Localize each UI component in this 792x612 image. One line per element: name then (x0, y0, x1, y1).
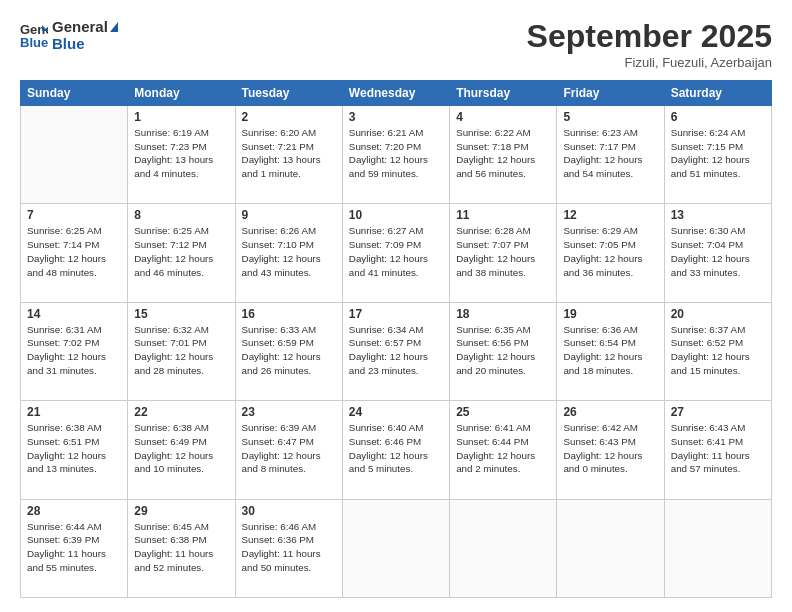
day-number: 29 (134, 504, 228, 518)
calendar-cell (342, 499, 449, 597)
day-number: 23 (242, 405, 336, 419)
day-number: 5 (563, 110, 657, 124)
day-info: Sunrise: 6:31 AMSunset: 7:02 PMDaylight:… (27, 323, 121, 378)
calendar-page: General Blue General Blue September 2025… (0, 0, 792, 612)
day-info: Sunrise: 6:34 AMSunset: 6:57 PMDaylight:… (349, 323, 443, 378)
day-info: Sunrise: 6:38 AMSunset: 6:51 PMDaylight:… (27, 421, 121, 476)
calendar-cell: 13Sunrise: 6:30 AMSunset: 7:04 PMDayligh… (664, 204, 771, 302)
day-number: 20 (671, 307, 765, 321)
calendar-cell: 14Sunrise: 6:31 AMSunset: 7:02 PMDayligh… (21, 302, 128, 400)
day-info: Sunrise: 6:27 AMSunset: 7:09 PMDaylight:… (349, 224, 443, 279)
week-row-3: 14Sunrise: 6:31 AMSunset: 7:02 PMDayligh… (21, 302, 772, 400)
day-number: 26 (563, 405, 657, 419)
day-info: Sunrise: 6:39 AMSunset: 6:47 PMDaylight:… (242, 421, 336, 476)
calendar-cell (557, 499, 664, 597)
calendar-cell: 21Sunrise: 6:38 AMSunset: 6:51 PMDayligh… (21, 401, 128, 499)
day-info: Sunrise: 6:44 AMSunset: 6:39 PMDaylight:… (27, 520, 121, 575)
day-number: 19 (563, 307, 657, 321)
day-number: 3 (349, 110, 443, 124)
day-number: 16 (242, 307, 336, 321)
day-info: Sunrise: 6:20 AMSunset: 7:21 PMDaylight:… (242, 126, 336, 181)
calendar-cell: 4Sunrise: 6:22 AMSunset: 7:18 PMDaylight… (450, 106, 557, 204)
calendar-table: SundayMondayTuesdayWednesdayThursdayFrid… (20, 80, 772, 598)
day-info: Sunrise: 6:25 AMSunset: 7:12 PMDaylight:… (134, 224, 228, 279)
calendar-cell: 24Sunrise: 6:40 AMSunset: 6:46 PMDayligh… (342, 401, 449, 499)
day-number: 17 (349, 307, 443, 321)
header-cell-friday: Friday (557, 81, 664, 106)
day-number: 11 (456, 208, 550, 222)
day-number: 18 (456, 307, 550, 321)
calendar-cell: 19Sunrise: 6:36 AMSunset: 6:54 PMDayligh… (557, 302, 664, 400)
calendar-cell: 11Sunrise: 6:28 AMSunset: 7:07 PMDayligh… (450, 204, 557, 302)
day-number: 8 (134, 208, 228, 222)
calendar-cell: 5Sunrise: 6:23 AMSunset: 7:17 PMDaylight… (557, 106, 664, 204)
day-number: 10 (349, 208, 443, 222)
header-cell-sunday: Sunday (21, 81, 128, 106)
header-cell-monday: Monday (128, 81, 235, 106)
header-cell-thursday: Thursday (450, 81, 557, 106)
day-info: Sunrise: 6:19 AMSunset: 7:23 PMDaylight:… (134, 126, 228, 181)
day-info: Sunrise: 6:22 AMSunset: 7:18 PMDaylight:… (456, 126, 550, 181)
logo-line2: Blue (52, 35, 118, 52)
calendar-cell (21, 106, 128, 204)
calendar-cell: 28Sunrise: 6:44 AMSunset: 6:39 PMDayligh… (21, 499, 128, 597)
month-title: September 2025 (527, 18, 772, 55)
logo: General Blue General Blue (20, 18, 118, 53)
calendar-cell: 30Sunrise: 6:46 AMSunset: 6:36 PMDayligh… (235, 499, 342, 597)
day-info: Sunrise: 6:32 AMSunset: 7:01 PMDaylight:… (134, 323, 228, 378)
day-info: Sunrise: 6:26 AMSunset: 7:10 PMDaylight:… (242, 224, 336, 279)
week-row-5: 28Sunrise: 6:44 AMSunset: 6:39 PMDayligh… (21, 499, 772, 597)
calendar-cell: 9Sunrise: 6:26 AMSunset: 7:10 PMDaylight… (235, 204, 342, 302)
calendar-cell: 12Sunrise: 6:29 AMSunset: 7:05 PMDayligh… (557, 204, 664, 302)
calendar-cell: 7Sunrise: 6:25 AMSunset: 7:14 PMDaylight… (21, 204, 128, 302)
day-info: Sunrise: 6:38 AMSunset: 6:49 PMDaylight:… (134, 421, 228, 476)
day-number: 12 (563, 208, 657, 222)
calendar-cell: 20Sunrise: 6:37 AMSunset: 6:52 PMDayligh… (664, 302, 771, 400)
day-number: 14 (27, 307, 121, 321)
day-number: 4 (456, 110, 550, 124)
header-row: SundayMondayTuesdayWednesdayThursdayFrid… (21, 81, 772, 106)
calendar-cell: 29Sunrise: 6:45 AMSunset: 6:38 PMDayligh… (128, 499, 235, 597)
day-info: Sunrise: 6:40 AMSunset: 6:46 PMDaylight:… (349, 421, 443, 476)
logo-line1: General (52, 18, 118, 35)
calendar-cell: 26Sunrise: 6:42 AMSunset: 6:43 PMDayligh… (557, 401, 664, 499)
calendar-cell: 1Sunrise: 6:19 AMSunset: 7:23 PMDaylight… (128, 106, 235, 204)
day-info: Sunrise: 6:42 AMSunset: 6:43 PMDaylight:… (563, 421, 657, 476)
day-number: 21 (27, 405, 121, 419)
day-number: 7 (27, 208, 121, 222)
day-info: Sunrise: 6:21 AMSunset: 7:20 PMDaylight:… (349, 126, 443, 181)
calendar-cell (450, 499, 557, 597)
day-number: 6 (671, 110, 765, 124)
calendar-cell: 18Sunrise: 6:35 AMSunset: 6:56 PMDayligh… (450, 302, 557, 400)
day-info: Sunrise: 6:36 AMSunset: 6:54 PMDaylight:… (563, 323, 657, 378)
header: General Blue General Blue September 2025… (20, 18, 772, 70)
day-number: 2 (242, 110, 336, 124)
location: Fizuli, Fuezuli, Azerbaijan (527, 55, 772, 70)
day-info: Sunrise: 6:33 AMSunset: 6:59 PMDaylight:… (242, 323, 336, 378)
day-number: 25 (456, 405, 550, 419)
day-info: Sunrise: 6:43 AMSunset: 6:41 PMDaylight:… (671, 421, 765, 476)
day-info: Sunrise: 6:41 AMSunset: 6:44 PMDaylight:… (456, 421, 550, 476)
day-info: Sunrise: 6:23 AMSunset: 7:17 PMDaylight:… (563, 126, 657, 181)
day-info: Sunrise: 6:35 AMSunset: 6:56 PMDaylight:… (456, 323, 550, 378)
calendar-cell: 17Sunrise: 6:34 AMSunset: 6:57 PMDayligh… (342, 302, 449, 400)
day-number: 24 (349, 405, 443, 419)
calendar-cell: 8Sunrise: 6:25 AMSunset: 7:12 PMDaylight… (128, 204, 235, 302)
header-cell-wednesday: Wednesday (342, 81, 449, 106)
calendar-cell: 27Sunrise: 6:43 AMSunset: 6:41 PMDayligh… (664, 401, 771, 499)
day-number: 15 (134, 307, 228, 321)
day-info: Sunrise: 6:29 AMSunset: 7:05 PMDaylight:… (563, 224, 657, 279)
calendar-cell (664, 499, 771, 597)
day-number: 1 (134, 110, 228, 124)
calendar-cell: 22Sunrise: 6:38 AMSunset: 6:49 PMDayligh… (128, 401, 235, 499)
day-number: 27 (671, 405, 765, 419)
header-cell-saturday: Saturday (664, 81, 771, 106)
week-row-2: 7Sunrise: 6:25 AMSunset: 7:14 PMDaylight… (21, 204, 772, 302)
calendar-cell: 25Sunrise: 6:41 AMSunset: 6:44 PMDayligh… (450, 401, 557, 499)
week-row-1: 1Sunrise: 6:19 AMSunset: 7:23 PMDaylight… (21, 106, 772, 204)
calendar-cell: 3Sunrise: 6:21 AMSunset: 7:20 PMDaylight… (342, 106, 449, 204)
day-info: Sunrise: 6:45 AMSunset: 6:38 PMDaylight:… (134, 520, 228, 575)
day-info: Sunrise: 6:28 AMSunset: 7:07 PMDaylight:… (456, 224, 550, 279)
day-number: 9 (242, 208, 336, 222)
title-block: September 2025 Fizuli, Fuezuli, Azerbaij… (527, 18, 772, 70)
